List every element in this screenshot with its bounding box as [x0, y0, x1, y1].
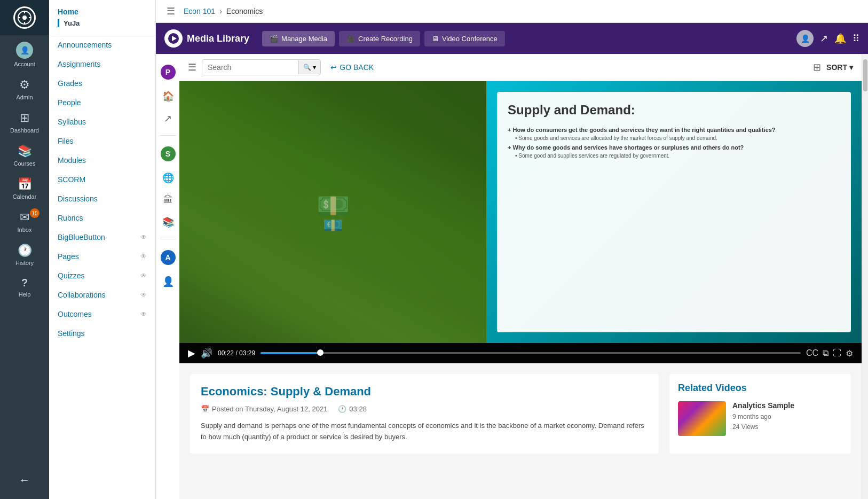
calendar-icon: 📅 — [18, 177, 32, 191]
grid-toggle-button[interactable]: ⊞ — [813, 61, 821, 73]
go-back-button[interactable]: ↩ GO BACK — [330, 63, 374, 72]
sidebar-item-quizzes[interactable]: Quizzes 👁 — [49, 266, 155, 285]
ml-logo-icon — [164, 29, 183, 48]
sidebar-item-pages[interactable]: Pages 👁 — [49, 247, 155, 266]
related-videos-panel: Related Videos Analytics Sample 9 months… — [669, 374, 851, 454]
notification-icon[interactable]: 🔔 — [834, 33, 846, 44]
nav-item-calendar[interactable]: 📅 Calendar — [0, 171, 49, 204]
outcomes-visibility-icon: 👁 — [140, 310, 147, 318]
fullscreen-button[interactable]: ⛶ — [833, 348, 841, 358]
nav-collapse-button[interactable]: ← — [0, 467, 49, 494]
ml-logo: Media Library — [164, 29, 249, 48]
search-menu-icon[interactable]: ☰ — [188, 61, 196, 73]
video-info-panel: Economics: Supply & Demand 📅 Posted on T… — [190, 374, 659, 454]
create-recording-label: Create Recording — [358, 35, 413, 43]
account-avatar: 👤 — [16, 42, 33, 59]
manage-media-button[interactable]: 🎬 Manage Media — [262, 31, 335, 46]
calendar-meta-icon: 📅 — [201, 405, 209, 413]
panel-home-icon[interactable]: 🏠 — [162, 90, 174, 102]
sidebar-item-scorm[interactable]: SCORM — [49, 170, 155, 189]
panel-letter-p: P — [161, 65, 176, 80]
slide-bullet-main-1: + How do consumers get the goods and ser… — [508, 127, 840, 133]
sidebar-item-bigbluebutton[interactable]: BigBlueButton 👁 — [49, 228, 155, 247]
video-description: Supply and demand is perhaps one of the … — [201, 420, 648, 443]
sidebar-item-people[interactable]: People — [49, 93, 155, 112]
related-videos-title: Related Videos — [678, 383, 842, 394]
slide-bullet-sub-2: • Some good and supplies services are re… — [508, 153, 840, 159]
create-recording-icon: 🎥 — [346, 35, 355, 43]
nav-item-courses[interactable]: 📚 Courses — [0, 138, 49, 171]
nav-item-dashboard[interactable]: ⊞ Dashboard — [0, 105, 49, 138]
panel-person-icon[interactable]: 👤 — [162, 276, 174, 287]
cc-button[interactable]: CC — [806, 348, 818, 358]
panel-share-icon[interactable]: ↗ — [164, 113, 172, 124]
help-label: Help — [19, 291, 31, 298]
panel-divider-1 — [160, 135, 176, 136]
nav-item-history[interactable]: 🕐 History — [0, 237, 49, 270]
sort-arrow-icon: ▾ — [849, 63, 853, 72]
sidebar-item-assignments[interactable]: Assignments — [49, 54, 155, 74]
nav-item-inbox[interactable]: ✉ 10 Inbox — [0, 204, 49, 237]
scrollbar[interactable] — [862, 54, 868, 499]
video-conference-button[interactable]: 🖥 Video Conference — [424, 31, 505, 46]
manage-media-label: Manage Media — [281, 35, 327, 43]
history-icon: 🕐 — [18, 244, 32, 258]
sidebar-item-collaborations[interactable]: Collaborations 👁 — [49, 285, 155, 305]
nav-item-account[interactable]: 👤 Account — [0, 35, 49, 72]
quizzes-visibility-icon: 👁 — [140, 272, 147, 279]
panel-letter-s: S — [161, 146, 176, 161]
nav-item-help[interactable]: ? Help — [0, 270, 49, 302]
ml-logo-text: Media Library — [187, 33, 249, 44]
grid-apps-icon[interactable]: ⠿ — [853, 33, 859, 44]
panel-bank-icon[interactable]: 🏛 — [163, 194, 173, 206]
video-frame: 💵 💶 Supply and Demand: + How do consumer… — [179, 81, 862, 343]
video-player-section: ☰ 🔍 ▾ ↩ GO BACK ⊞ SORT ▾ — [179, 54, 862, 499]
search-input[interactable] — [202, 60, 298, 75]
total-time: 03:29 — [239, 349, 255, 357]
pages-visibility-icon: 👁 — [140, 253, 147, 260]
nav-item-admin[interactable]: ⚙ Admin — [0, 72, 49, 105]
breadcrumb-course-link[interactable]: Econ 101 — [184, 7, 215, 15]
sidebar-item-discussions[interactable]: Discussions — [49, 189, 155, 208]
home-link[interactable]: Home — [58, 7, 147, 16]
posted-date: 📅 Posted on Thursday, August 12, 2021 — [201, 405, 327, 413]
video-right-panel: Supply and Demand: + How do consumers ge… — [486, 81, 862, 343]
volume-button[interactable]: 🔊 — [201, 347, 212, 359]
go-back-arrow: ↩ — [330, 63, 337, 72]
sidebar-item-announcements[interactable]: Announcements — [49, 35, 155, 54]
course-name: YuJa — [58, 19, 147, 27]
sidebar-item-settings[interactable]: Settings — [49, 324, 155, 343]
collapse-icon: ← — [19, 473, 30, 487]
admin-label: Admin — [16, 94, 33, 100]
play-button[interactable]: ▶ — [188, 347, 195, 359]
sidebar-item-syllabus[interactable]: Syllabus — [49, 112, 155, 131]
scrollbar-thumb[interactable] — [863, 59, 867, 91]
ml-header: Media Library 🎬 Manage Media 🎥 Create Re… — [156, 23, 868, 54]
settings-button[interactable]: ⚙ — [846, 348, 853, 358]
progress-fill — [261, 352, 317, 354]
svg-point-1 — [22, 15, 27, 20]
create-recording-button[interactable]: 🎥 Create Recording — [339, 31, 420, 46]
progress-bar[interactable] — [261, 352, 801, 354]
search-dropdown-button[interactable]: 🔍 ▾ — [298, 60, 320, 74]
sidebar-item-rubrics[interactable]: Rubrics — [49, 208, 155, 228]
external-link-icon[interactable]: ↗ — [820, 33, 828, 44]
panel-book-icon[interactable]: 📚 — [162, 216, 174, 228]
sidebar-item-files[interactable]: Files — [49, 131, 155, 151]
related-video-item[interactable]: Analytics Sample 9 months ago 24 Views — [678, 401, 842, 436]
sidebar-item-grades[interactable]: Grades — [49, 74, 155, 93]
progress-thumb[interactable] — [317, 349, 323, 356]
history-label: History — [15, 260, 34, 266]
pip-button[interactable]: ⧉ — [823, 348, 828, 358]
below-video-section: Economics: Supply & Demand 📅 Posted on T… — [179, 363, 862, 464]
sidebar-item-outcomes[interactable]: Outcomes 👁 — [49, 305, 155, 324]
nav-bottom: ← — [0, 467, 49, 499]
slide-content: Supply and Demand: + How do consumers ge… — [497, 92, 851, 332]
sort-button[interactable]: SORT ▾ — [826, 63, 853, 72]
panel-globe-icon[interactable]: 🌐 — [162, 172, 174, 184]
related-video-age: 9 months ago — [732, 412, 794, 422]
app-logo — [0, 0, 49, 35]
panel-divider-2 — [160, 239, 176, 239]
sidebar-item-modules[interactable]: Modules — [49, 151, 155, 170]
hamburger-icon[interactable]: ☰ — [167, 5, 175, 17]
